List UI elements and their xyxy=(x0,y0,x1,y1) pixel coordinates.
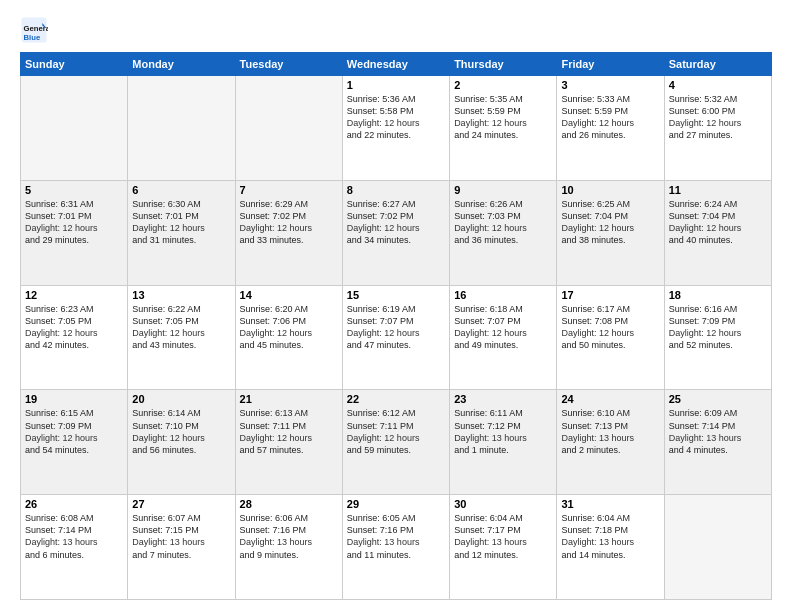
cell-content: Sunrise: 6:18 AMSunset: 7:07 PMDaylight:… xyxy=(454,303,552,352)
logo-icon: General Blue xyxy=(20,16,48,44)
calendar-cell: 28Sunrise: 6:06 AMSunset: 7:16 PMDayligh… xyxy=(235,495,342,600)
day-number: 13 xyxy=(132,289,230,301)
day-number: 8 xyxy=(347,184,445,196)
calendar-cell: 16Sunrise: 6:18 AMSunset: 7:07 PMDayligh… xyxy=(450,285,557,390)
calendar-cell: 10Sunrise: 6:25 AMSunset: 7:04 PMDayligh… xyxy=(557,180,664,285)
calendar-cell: 7Sunrise: 6:29 AMSunset: 7:02 PMDaylight… xyxy=(235,180,342,285)
day-number: 11 xyxy=(669,184,767,196)
calendar-cell: 20Sunrise: 6:14 AMSunset: 7:10 PMDayligh… xyxy=(128,390,235,495)
cell-content: Sunrise: 6:30 AMSunset: 7:01 PMDaylight:… xyxy=(132,198,230,247)
calendar-cell: 26Sunrise: 6:08 AMSunset: 7:14 PMDayligh… xyxy=(21,495,128,600)
day-number: 20 xyxy=(132,393,230,405)
calendar-cell xyxy=(235,76,342,181)
day-number: 7 xyxy=(240,184,338,196)
day-number: 10 xyxy=(561,184,659,196)
day-number: 27 xyxy=(132,498,230,510)
calendar-cell: 11Sunrise: 6:24 AMSunset: 7:04 PMDayligh… xyxy=(664,180,771,285)
day-number: 5 xyxy=(25,184,123,196)
calendar-cell: 31Sunrise: 6:04 AMSunset: 7:18 PMDayligh… xyxy=(557,495,664,600)
calendar-header-wednesday: Wednesday xyxy=(342,53,449,76)
cell-content: Sunrise: 6:17 AMSunset: 7:08 PMDaylight:… xyxy=(561,303,659,352)
cell-content: Sunrise: 6:13 AMSunset: 7:11 PMDaylight:… xyxy=(240,407,338,456)
calendar-week-row: 12Sunrise: 6:23 AMSunset: 7:05 PMDayligh… xyxy=(21,285,772,390)
cell-content: Sunrise: 6:04 AMSunset: 7:17 PMDaylight:… xyxy=(454,512,552,561)
day-number: 1 xyxy=(347,79,445,91)
calendar-header-monday: Monday xyxy=(128,53,235,76)
cell-content: Sunrise: 5:32 AMSunset: 6:00 PMDaylight:… xyxy=(669,93,767,142)
day-number: 9 xyxy=(454,184,552,196)
cell-content: Sunrise: 6:24 AMSunset: 7:04 PMDaylight:… xyxy=(669,198,767,247)
day-number: 30 xyxy=(454,498,552,510)
calendar-cell: 30Sunrise: 6:04 AMSunset: 7:17 PMDayligh… xyxy=(450,495,557,600)
day-number: 26 xyxy=(25,498,123,510)
cell-content: Sunrise: 6:20 AMSunset: 7:06 PMDaylight:… xyxy=(240,303,338,352)
calendar-week-row: 1Sunrise: 5:36 AMSunset: 5:58 PMDaylight… xyxy=(21,76,772,181)
calendar-cell: 17Sunrise: 6:17 AMSunset: 7:08 PMDayligh… xyxy=(557,285,664,390)
day-number: 23 xyxy=(454,393,552,405)
cell-content: Sunrise: 5:33 AMSunset: 5:59 PMDaylight:… xyxy=(561,93,659,142)
calendar-header-saturday: Saturday xyxy=(664,53,771,76)
day-number: 31 xyxy=(561,498,659,510)
calendar-cell: 3Sunrise: 5:33 AMSunset: 5:59 PMDaylight… xyxy=(557,76,664,181)
cell-content: Sunrise: 6:04 AMSunset: 7:18 PMDaylight:… xyxy=(561,512,659,561)
logo: General Blue xyxy=(20,16,52,44)
calendar-cell: 21Sunrise: 6:13 AMSunset: 7:11 PMDayligh… xyxy=(235,390,342,495)
calendar-cell: 25Sunrise: 6:09 AMSunset: 7:14 PMDayligh… xyxy=(664,390,771,495)
calendar-header-friday: Friday xyxy=(557,53,664,76)
calendar-cell: 29Sunrise: 6:05 AMSunset: 7:16 PMDayligh… xyxy=(342,495,449,600)
cell-content: Sunrise: 6:31 AMSunset: 7:01 PMDaylight:… xyxy=(25,198,123,247)
calendar-cell: 4Sunrise: 5:32 AMSunset: 6:00 PMDaylight… xyxy=(664,76,771,181)
cell-content: Sunrise: 6:10 AMSunset: 7:13 PMDaylight:… xyxy=(561,407,659,456)
day-number: 17 xyxy=(561,289,659,301)
day-number: 18 xyxy=(669,289,767,301)
page: General Blue SundayMondayTuesdayWednesda… xyxy=(0,0,792,612)
header: General Blue xyxy=(20,16,772,44)
cell-content: Sunrise: 6:26 AMSunset: 7:03 PMDaylight:… xyxy=(454,198,552,247)
day-number: 3 xyxy=(561,79,659,91)
svg-text:Blue: Blue xyxy=(24,33,41,42)
calendar-cell: 1Sunrise: 5:36 AMSunset: 5:58 PMDaylight… xyxy=(342,76,449,181)
calendar-cell: 19Sunrise: 6:15 AMSunset: 7:09 PMDayligh… xyxy=(21,390,128,495)
cell-content: Sunrise: 6:05 AMSunset: 7:16 PMDaylight:… xyxy=(347,512,445,561)
calendar-cell xyxy=(128,76,235,181)
day-number: 24 xyxy=(561,393,659,405)
cell-content: Sunrise: 6:29 AMSunset: 7:02 PMDaylight:… xyxy=(240,198,338,247)
day-number: 28 xyxy=(240,498,338,510)
cell-content: Sunrise: 6:15 AMSunset: 7:09 PMDaylight:… xyxy=(25,407,123,456)
calendar-table: SundayMondayTuesdayWednesdayThursdayFrid… xyxy=(20,52,772,600)
calendar-cell: 27Sunrise: 6:07 AMSunset: 7:15 PMDayligh… xyxy=(128,495,235,600)
calendar-week-row: 5Sunrise: 6:31 AMSunset: 7:01 PMDaylight… xyxy=(21,180,772,285)
calendar-cell: 22Sunrise: 6:12 AMSunset: 7:11 PMDayligh… xyxy=(342,390,449,495)
cell-content: Sunrise: 6:23 AMSunset: 7:05 PMDaylight:… xyxy=(25,303,123,352)
calendar-cell: 24Sunrise: 6:10 AMSunset: 7:13 PMDayligh… xyxy=(557,390,664,495)
calendar-header-tuesday: Tuesday xyxy=(235,53,342,76)
day-number: 6 xyxy=(132,184,230,196)
day-number: 14 xyxy=(240,289,338,301)
cell-content: Sunrise: 6:27 AMSunset: 7:02 PMDaylight:… xyxy=(347,198,445,247)
calendar-cell: 15Sunrise: 6:19 AMSunset: 7:07 PMDayligh… xyxy=(342,285,449,390)
calendar-header-thursday: Thursday xyxy=(450,53,557,76)
cell-content: Sunrise: 6:19 AMSunset: 7:07 PMDaylight:… xyxy=(347,303,445,352)
calendar-cell xyxy=(21,76,128,181)
calendar-cell: 9Sunrise: 6:26 AMSunset: 7:03 PMDaylight… xyxy=(450,180,557,285)
cell-content: Sunrise: 6:12 AMSunset: 7:11 PMDaylight:… xyxy=(347,407,445,456)
cell-content: Sunrise: 6:25 AMSunset: 7:04 PMDaylight:… xyxy=(561,198,659,247)
calendar-cell xyxy=(664,495,771,600)
day-number: 2 xyxy=(454,79,552,91)
cell-content: Sunrise: 5:36 AMSunset: 5:58 PMDaylight:… xyxy=(347,93,445,142)
cell-content: Sunrise: 6:22 AMSunset: 7:05 PMDaylight:… xyxy=(132,303,230,352)
calendar-cell: 18Sunrise: 6:16 AMSunset: 7:09 PMDayligh… xyxy=(664,285,771,390)
day-number: 21 xyxy=(240,393,338,405)
calendar-cell: 6Sunrise: 6:30 AMSunset: 7:01 PMDaylight… xyxy=(128,180,235,285)
calendar-week-row: 19Sunrise: 6:15 AMSunset: 7:09 PMDayligh… xyxy=(21,390,772,495)
calendar-header-row: SundayMondayTuesdayWednesdayThursdayFrid… xyxy=(21,53,772,76)
day-number: 29 xyxy=(347,498,445,510)
day-number: 19 xyxy=(25,393,123,405)
calendar-week-row: 26Sunrise: 6:08 AMSunset: 7:14 PMDayligh… xyxy=(21,495,772,600)
cell-content: Sunrise: 6:08 AMSunset: 7:14 PMDaylight:… xyxy=(25,512,123,561)
calendar-header-sunday: Sunday xyxy=(21,53,128,76)
cell-content: Sunrise: 6:09 AMSunset: 7:14 PMDaylight:… xyxy=(669,407,767,456)
calendar-cell: 8Sunrise: 6:27 AMSunset: 7:02 PMDaylight… xyxy=(342,180,449,285)
cell-content: Sunrise: 6:11 AMSunset: 7:12 PMDaylight:… xyxy=(454,407,552,456)
day-number: 16 xyxy=(454,289,552,301)
